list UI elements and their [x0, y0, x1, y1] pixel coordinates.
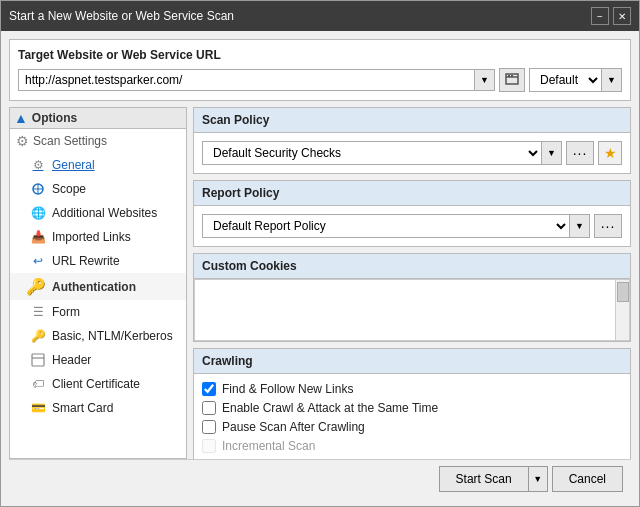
url-input-wrapper: ▼: [18, 69, 495, 91]
sidebar-item-url-rewrite[interactable]: ↩ URL Rewrite: [10, 249, 186, 273]
main-window: Start a New Website or Web Service Scan …: [0, 0, 640, 507]
url-rewrite-icon: ↩: [30, 253, 46, 269]
custom-cookies-section: Custom Cookies: [193, 253, 631, 342]
scan-policy-section: Scan Policy Default Security Checks ▼ ··…: [193, 107, 631, 174]
start-scan-button[interactable]: Start Scan: [439, 466, 528, 492]
cancel-button[interactable]: Cancel: [552, 466, 623, 492]
crawl-attack-label: Enable Crawl & Attack at the Same Time: [222, 401, 438, 415]
profile-dropdown-button[interactable]: ▼: [601, 69, 621, 91]
star-icon: ★: [604, 145, 617, 161]
pause-after-checkbox[interactable]: [202, 420, 216, 434]
sidebar-item-client-certificate-label: Client Certificate: [52, 377, 140, 391]
report-policy-content: Default Report Policy ▼ ···: [194, 206, 630, 246]
options-header[interactable]: ▲ Options: [9, 107, 187, 128]
smart-card-icon: 💳: [30, 400, 46, 416]
sidebar-item-form[interactable]: ☰ Form: [10, 300, 186, 324]
options-panel: ▲ Options ⚙ Scan Settings ⚙ General: [9, 107, 187, 459]
scrollbar-thumb: [617, 282, 629, 302]
start-scan-dropdown-button[interactable]: ▼: [528, 466, 548, 492]
scan-policy-select[interactable]: Default Security Checks: [203, 142, 541, 164]
sidebar-item-scope-label: Scope: [52, 182, 86, 196]
close-button[interactable]: ✕: [613, 7, 631, 25]
sidebar-item-basic-ntlm[interactable]: 🔑 Basic, NTLM/Kerberos: [10, 324, 186, 348]
report-policy-row: Default Report Policy ▼ ···: [202, 214, 622, 238]
custom-cookies-title: Custom Cookies: [194, 254, 630, 279]
sidebar-item-additional-websites[interactable]: 🌐 Additional Websites: [10, 201, 186, 225]
gear-icon: ⚙: [16, 133, 29, 149]
report-policy-dropdown-btn[interactable]: ▼: [569, 215, 589, 237]
sidebar-item-header-label: Header: [52, 353, 91, 367]
find-follow-checkbox[interactable]: [202, 382, 216, 396]
svg-rect-2: [508, 75, 510, 77]
sidebar-item-scope[interactable]: Scope: [10, 177, 186, 201]
profile-select-wrapper: Default ▼: [529, 68, 622, 92]
pause-after-label: Pause Scan After Crawling: [222, 420, 365, 434]
form-icon: ☰: [30, 304, 46, 320]
sidebar-item-imported-links[interactable]: 📥 Imported Links: [10, 225, 186, 249]
scan-policy-title: Scan Policy: [194, 108, 630, 133]
crawling-option-incremental: Incremental Scan: [202, 439, 622, 453]
sidebar-item-general[interactable]: ⚙ General: [10, 153, 186, 177]
right-panel: Scan Policy Default Security Checks ▼ ··…: [187, 107, 631, 459]
sidebar-item-client-certificate[interactable]: 🏷 Client Certificate: [10, 372, 186, 396]
start-scan-split-button: Start Scan ▼: [439, 466, 548, 492]
scan-policy-dropdown-btn[interactable]: ▼: [541, 142, 561, 164]
crawling-section: Crawling Find & Follow New Links Enable …: [193, 348, 631, 459]
crawling-option-pause-after: Pause Scan After Crawling: [202, 420, 622, 434]
custom-cookies-content: [194, 279, 630, 341]
cookies-area: [194, 279, 630, 341]
sidebar-item-url-rewrite-label: URL Rewrite: [52, 254, 120, 268]
cookies-textarea[interactable]: [195, 280, 615, 332]
sidebar-item-general-label: General: [52, 158, 95, 172]
sidebar-item-form-label: Form: [52, 305, 80, 319]
sidebar-item-imported-links-label: Imported Links: [52, 230, 131, 244]
url-section: Target Website or Web Service URL ▼: [9, 39, 631, 101]
sidebar-item-smart-card[interactable]: 💳 Smart Card: [10, 396, 186, 420]
crawling-option-crawl-attack: Enable Crawl & Attack at the Same Time: [202, 401, 622, 415]
sidebar-item-additional-websites-label: Additional Websites: [52, 206, 157, 220]
cookies-scrollbar: [615, 280, 629, 340]
scan-policy-select-wrapper: Default Security Checks ▼: [202, 141, 562, 165]
find-follow-label: Find & Follow New Links: [222, 382, 353, 396]
basic-ntlm-icon: 🔑: [30, 328, 46, 344]
crawling-content: Find & Follow New Links Enable Crawl & A…: [194, 374, 630, 459]
url-section-label: Target Website or Web Service URL: [18, 48, 622, 62]
report-policy-section: Report Policy Default Report Policy ▼ ··…: [193, 180, 631, 247]
crawl-attack-checkbox[interactable]: [202, 401, 216, 415]
imported-links-icon: 📥: [30, 229, 46, 245]
sidebar-item-smart-card-label: Smart Card: [52, 401, 113, 415]
header-icon: [30, 352, 46, 368]
refresh-icon: [505, 73, 519, 87]
authentication-header[interactable]: 🔑 Authentication: [10, 273, 186, 300]
main-body: ▲ Options ⚙ Scan Settings ⚙ General: [9, 107, 631, 459]
crawling-option-find-follow: Find & Follow New Links: [202, 382, 622, 396]
content-area: Target Website or Web Service URL ▼: [1, 31, 639, 506]
report-policy-select[interactable]: Default Report Policy: [203, 215, 569, 237]
title-bar: Start a New Website or Web Service Scan …: [1, 1, 639, 31]
options-collapse-icon: ▲: [14, 110, 28, 126]
additional-websites-icon: 🌐: [30, 205, 46, 221]
incremental-checkbox[interactable]: [202, 439, 216, 453]
minimize-button[interactable]: −: [591, 7, 609, 25]
url-input[interactable]: [19, 70, 474, 90]
window-controls: − ✕: [591, 7, 631, 25]
report-policy-title: Report Policy: [194, 181, 630, 206]
report-policy-dots[interactable]: ···: [594, 214, 622, 238]
key-icon: 🔑: [26, 277, 46, 296]
url-dropdown-button[interactable]: ▼: [474, 70, 494, 90]
scan-settings-header[interactable]: ⚙ Scan Settings: [10, 129, 186, 153]
client-certificate-icon: 🏷: [30, 376, 46, 392]
report-policy-select-wrapper: Default Report Policy ▼: [202, 214, 590, 238]
sidebar-item-header[interactable]: Header: [10, 348, 186, 372]
incremental-label: Incremental Scan: [222, 439, 315, 453]
scan-policy-content: Default Security Checks ▼ ··· ★: [194, 133, 630, 173]
scan-policy-dots[interactable]: ···: [566, 141, 594, 165]
crawling-title: Crawling: [194, 349, 630, 374]
url-action-button[interactable]: [499, 68, 525, 92]
authentication-label: Authentication: [52, 280, 136, 294]
url-row: ▼ Default ▼: [18, 68, 622, 92]
scope-icon: [30, 181, 46, 197]
sidebar-tree: ⚙ Scan Settings ⚙ General: [9, 128, 187, 459]
scan-policy-star-btn[interactable]: ★: [598, 141, 622, 165]
profile-select[interactable]: Default: [530, 69, 601, 91]
